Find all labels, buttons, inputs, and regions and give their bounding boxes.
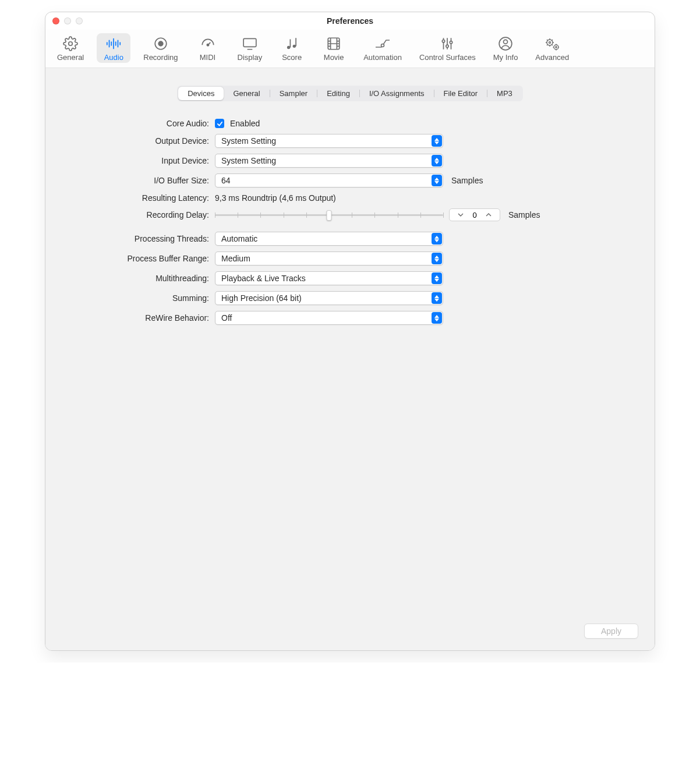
tab-devices[interactable]: Devices — [178, 87, 224, 100]
popup-value: High Precision (64 bit) — [221, 293, 302, 303]
label-recording-delay: Recording Delay: — [82, 210, 209, 219]
tab-file-editor[interactable]: File Editor — [434, 87, 487, 100]
tab-mp3[interactable]: MP3 — [487, 87, 522, 100]
row-recording-delay: Recording Delay: — [82, 208, 618, 221]
toolbar-item-display[interactable]: Display — [233, 33, 267, 63]
svg-point-9 — [158, 41, 163, 46]
checkbox-label: Enabled — [230, 119, 260, 128]
svg-point-30 — [446, 45, 448, 47]
gears-icon — [544, 36, 560, 52]
popup-value: Medium — [221, 254, 250, 263]
svg-marker-43 — [434, 178, 439, 180]
gear-icon — [62, 36, 79, 52]
label-summing: Summing: — [82, 293, 209, 303]
popup-arrows-icon — [432, 253, 442, 264]
row-latency: Resulting Latency: 9,3 ms Roundtrip (4,6… — [82, 193, 618, 203]
svg-rect-17 — [295, 38, 296, 46]
tab-sampler[interactable]: Sampler — [270, 87, 317, 100]
toolbar-label: My Info — [493, 53, 518, 62]
toolbar-item-movie[interactable]: Movie — [317, 33, 351, 63]
popup-input-device[interactable]: System Setting — [215, 154, 443, 168]
svg-marker-51 — [434, 295, 439, 298]
popup-output-device[interactable]: System Setting — [215, 134, 443, 148]
apply-button[interactable]: Apply — [584, 624, 638, 639]
toolbar-item-control-surfaces[interactable]: Control Surfaces — [415, 33, 480, 63]
svg-marker-49 — [434, 275, 439, 278]
suffix-samples: Samples — [451, 176, 483, 185]
svg-rect-12 — [243, 38, 256, 47]
svg-point-26 — [381, 44, 384, 47]
toolbar-item-recording[interactable]: Recording — [139, 33, 182, 63]
toolbar-item-general[interactable]: General — [52, 33, 89, 63]
svg-marker-46 — [434, 239, 439, 242]
svg-marker-41 — [434, 158, 439, 161]
popup-proc-buffer[interactable]: Medium — [215, 252, 443, 265]
popup-multithreading[interactable]: Playback & Live Tracks — [215, 271, 443, 285]
popup-io-buffer[interactable]: 64 — [215, 173, 443, 187]
popup-proc-threads[interactable]: Automatic — [215, 232, 443, 246]
svg-point-0 — [69, 42, 73, 46]
midi-gauge-icon — [200, 36, 216, 52]
label-input-device: Input Device: — [82, 156, 209, 165]
svg-rect-15 — [290, 39, 291, 47]
svg-marker-44 — [434, 181, 439, 184]
popup-value: Automatic — [221, 234, 257, 243]
row-rewire: ReWire Behavior: Off — [82, 311, 618, 325]
audio-wave-icon — [105, 36, 122, 52]
toolbar-item-my-info[interactable]: My Info — [489, 33, 523, 63]
svg-marker-39 — [434, 138, 439, 141]
toolbar-item-midi[interactable]: MIDI — [191, 33, 225, 63]
svg-marker-47 — [434, 256, 439, 258]
window-title: Preferences — [45, 16, 655, 26]
toolbar: General Audio Recording MIDI — [45, 30, 655, 68]
stepper-value: 0 — [467, 211, 482, 219]
person-icon — [497, 36, 514, 52]
popup-arrows-icon — [432, 272, 442, 284]
toolbar-item-advanced[interactable]: Advanced — [531, 33, 574, 63]
row-processing-threads: Processing Threads: Automatic — [82, 232, 618, 246]
label-multithreading: Multithreading: — [82, 274, 209, 283]
svg-point-38 — [556, 47, 557, 48]
tab-io-assignments[interactable]: I/O Assignments — [360, 87, 434, 100]
svg-marker-48 — [434, 259, 439, 262]
film-icon — [326, 36, 342, 52]
tab-editing[interactable]: Editing — [317, 87, 359, 100]
content-area: Devices General Sampler Editing I/O Assi… — [45, 68, 655, 650]
toolbar-item-automation[interactable]: Automation — [359, 33, 406, 63]
svg-marker-53 — [434, 315, 439, 318]
toolbar-item-audio[interactable]: Audio — [97, 33, 130, 63]
toolbar-label: Score — [282, 53, 302, 62]
checkbox-core-audio-enabled[interactable] — [215, 119, 224, 128]
suffix-samples: Samples — [508, 210, 540, 219]
popup-arrows-icon — [432, 292, 442, 304]
stepper-recording-delay[interactable]: 0 — [449, 208, 500, 221]
popup-summing[interactable]: High Precision (64 bit) — [215, 291, 443, 305]
label-io-buffer: I/O Buffer Size: — [82, 176, 209, 185]
svg-point-28 — [443, 40, 445, 42]
row-input-device: Input Device: System Setting — [82, 154, 618, 168]
svg-marker-40 — [434, 141, 439, 144]
popup-arrows-icon — [432, 233, 442, 245]
row-core-audio: Core Audio: Enabled — [82, 119, 618, 128]
popup-value: Off — [221, 313, 232, 323]
popup-value: System Setting — [221, 136, 276, 146]
chevron-down-icon[interactable] — [454, 208, 467, 221]
devices-form: Core Audio: Enabled Output Device: Syste… — [82, 119, 618, 325]
slider-recording-delay[interactable] — [215, 209, 443, 221]
tab-bar: Devices General Sampler Editing I/O Assi… — [57, 86, 643, 101]
automation-node-icon — [374, 36, 391, 52]
svg-marker-50 — [434, 279, 439, 282]
popup-rewire[interactable]: Off — [215, 311, 443, 325]
popup-arrows-icon — [432, 312, 442, 324]
svg-point-37 — [554, 45, 558, 49]
chevron-up-icon[interactable] — [482, 208, 495, 221]
svg-marker-45 — [434, 236, 439, 239]
preferences-window: Preferences General Audio Recording — [45, 12, 655, 651]
row-io-buffer: I/O Buffer Size: 64 Samples — [82, 173, 618, 187]
svg-point-34 — [504, 40, 508, 44]
toolbar-item-score[interactable]: Score — [275, 33, 309, 63]
popup-value: 64 — [221, 176, 231, 185]
tab-general[interactable]: General — [224, 87, 269, 100]
toolbar-label: Automation — [363, 53, 402, 62]
label-core-audio: Core Audio: — [82, 119, 209, 128]
